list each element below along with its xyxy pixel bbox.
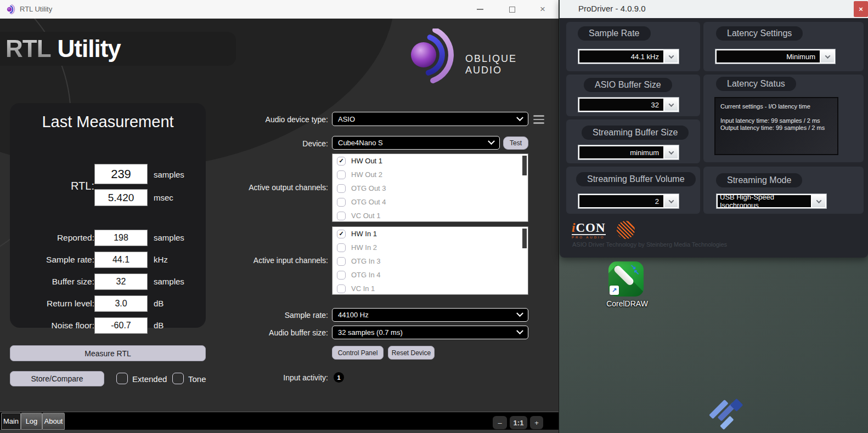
streaming-buffer-size-dropdown[interactable]: minimum — [578, 145, 679, 160]
checkbox[interactable] — [337, 170, 346, 179]
prodriver-window: ProDriver - 4.0.9.0 × Sample Rate Latenc… — [560, 0, 868, 258]
chevron-down-icon[interactable] — [821, 50, 834, 62]
device-label: Device: — [165, 139, 328, 148]
streaming-buffer-volume-dropdown[interactable]: 2 — [578, 193, 679, 209]
sample-rate-dropdown[interactable]: 44.1 kHz — [578, 49, 679, 64]
tab-log[interactable]: Log — [21, 413, 42, 430]
checkbox[interactable] — [337, 284, 346, 293]
channel-option[interactable]: VC In 1 — [332, 282, 528, 295]
output-channels-label: Active output channels: — [165, 183, 328, 192]
checkbox[interactable] — [337, 212, 346, 220]
rtl-label: RTL: — [12, 180, 94, 192]
rtl-main-panel: RTLUtility — [0, 19, 559, 412]
input-activity-label: Input activity: — [165, 373, 328, 382]
zoom-out-button[interactable]: – — [493, 416, 507, 429]
channel-option[interactable]: VC Out 1 — [332, 209, 528, 223]
scrollbar-thumb[interactable] — [522, 229, 527, 248]
buffer-size-label: Audio buffer size: — [165, 328, 328, 337]
row-label: Sample rate: — [12, 255, 94, 265]
device-type-dropdown[interactable]: ASIO — [332, 112, 528, 126]
checkbox[interactable]: ✓ — [337, 230, 346, 238]
buffer-size-dropdown[interactable]: 32 samples (0.7 ms) — [332, 326, 528, 339]
reset-device-button[interactable]: Reset Device — [388, 346, 435, 360]
prodriver-titlebar[interactable]: ProDriver - 4.0.9.0 × — [560, 0, 868, 18]
scrollbar-thumb[interactable] — [522, 156, 527, 175]
tab-about[interactable]: About — [42, 413, 65, 430]
hamburger-icon[interactable] — [533, 115, 544, 124]
chevron-down-icon — [516, 327, 523, 334]
window-edge — [0, 430, 559, 433]
device-type-label: Audio device type: — [165, 115, 328, 124]
chevron-down-icon[interactable] — [664, 146, 678, 158]
latency-status-label: Latency Status — [716, 77, 796, 91]
unit-label: dB — [154, 299, 164, 308]
samplerate-dropdown[interactable]: 44100 Hz — [332, 308, 528, 322]
rtl-samples-value: 239 — [94, 164, 148, 184]
channel-option[interactable]: HW In 2 — [332, 241, 528, 254]
status-line: Input latency time: 99 samples / 2 ms — [720, 117, 832, 124]
proaudio-sublabel: PRO AUDIO — [572, 236, 606, 239]
input-channels-label: Active input channels: — [165, 256, 328, 265]
measure-rtl-button[interactable]: Measure RTL — [10, 345, 206, 361]
icon-proaudio-logo: iCON PRO AUDIO — [572, 222, 606, 239]
channel-option[interactable]: HW Out 2 — [332, 168, 528, 181]
minimize-icon — [477, 9, 483, 10]
maximize-icon — [509, 7, 515, 13]
checkbox[interactable] — [337, 257, 346, 266]
maximize-button[interactable] — [499, 0, 525, 19]
status-line: Output latency time: 99 samples / 2 ms — [720, 124, 832, 132]
chevron-down-icon[interactable] — [812, 195, 825, 207]
output-channels-list[interactable]: ✓ HW Out 1 HW Out 2 OTG Out 3 OTG Out 4 — [332, 153, 528, 222]
tab-main[interactable]: Main — [1, 413, 21, 430]
channel-option[interactable]: OTG Out 4 — [332, 195, 528, 209]
rtl-msec-value: 5.420 — [94, 189, 148, 206]
chevron-down-icon[interactable] — [664, 50, 678, 62]
page-title: RTLUtility — [5, 35, 121, 62]
chevron-down-icon[interactable] — [664, 195, 678, 207]
unit-label: samples — [154, 170, 184, 179]
input-activity-badge: 1 — [334, 372, 344, 383]
close-button[interactable]: × — [854, 1, 868, 17]
asio-buffer-dropdown[interactable]: 32 — [578, 97, 679, 112]
channel-option[interactable]: OTG Out 3 — [332, 181, 528, 195]
zoom-in-button[interactable]: + — [530, 416, 543, 429]
close-button[interactable]: × — [530, 0, 555, 19]
asio-buffer-label: ASIO Buffer Size — [584, 78, 672, 92]
shortcut-arrow-icon: ↗ — [610, 286, 619, 295]
minimize-button[interactable] — [467, 0, 493, 19]
row-value: 32 — [94, 274, 148, 290]
sample-rate-label: Sample Rate — [578, 26, 651, 41]
channel-option[interactable]: OTG In 4 — [332, 268, 528, 282]
checkbox[interactable] — [337, 271, 346, 280]
device-dropdown[interactable]: Cube4Nano S — [332, 136, 500, 150]
row-value: -60.7 — [94, 317, 148, 334]
channel-option[interactable]: ✓ HW In 1 — [332, 227, 528, 241]
test-button[interactable]: Test — [503, 136, 528, 150]
steinberg-tagline: ASIO Driver Technology by Steinberg Medi… — [572, 241, 727, 248]
chevron-down-icon[interactable] — [664, 99, 678, 111]
coreldraw-label[interactable]: CorelDRAW — [594, 299, 660, 308]
checkbox[interactable] — [337, 243, 346, 252]
pcsx2-logo — [705, 389, 753, 433]
extended-checkbox[interactable] — [116, 373, 128, 384]
rtl-titlebar[interactable]: RTL Utility × — [0, 0, 559, 19]
channel-option[interactable]: ✓ HW Out 1 — [332, 154, 528, 168]
collapse-arrow-icon: ↖ — [634, 268, 640, 276]
unit-label: samples — [154, 233, 184, 242]
channel-option[interactable]: OTG In 3 — [332, 254, 528, 268]
latency-settings-dropdown[interactable]: Minimum — [715, 49, 836, 64]
tab-bar: Main Log About – 1:1 + — [0, 412, 559, 430]
row-value: 44.1 — [94, 252, 148, 268]
zoom-level-button[interactable]: 1:1 — [510, 416, 527, 429]
checkbox[interactable] — [337, 198, 346, 207]
store-compare-button[interactable]: Store/Compare — [10, 371, 104, 386]
input-channels-list[interactable]: ✓ HW In 1 HW In 2 OTG In 3 OTG In 4 — [332, 226, 528, 295]
extended-label: Extended — [132, 374, 167, 384]
icon-globe-icon — [617, 221, 635, 239]
oblique-audio-logo: OBLIQUE AUDIO — [407, 29, 550, 89]
streaming-mode-dropdown[interactable]: USB High-Speed Isochronous — [716, 193, 827, 209]
checkbox[interactable] — [337, 184, 346, 193]
prodriver-body: Sample Rate Latency Settings ASIO Buffer… — [560, 18, 868, 258]
control-panel-button[interactable]: Control Panel — [332, 346, 384, 360]
checkbox[interactable]: ✓ — [337, 157, 346, 166]
